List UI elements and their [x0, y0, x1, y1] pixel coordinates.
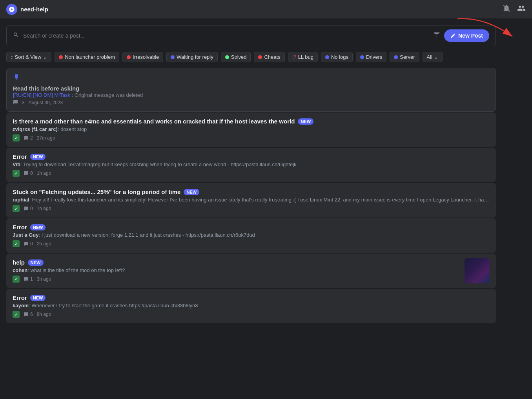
post-title: Error NEW — [13, 294, 490, 301]
filter-solved[interactable]: Solved — [221, 52, 251, 62]
solved-check-icon: ✓ — [13, 134, 20, 141]
search-input[interactable] — [23, 33, 429, 39]
filter-cheats[interactable]: Cheats — [254, 52, 284, 62]
filter-server[interactable]: Server — [390, 52, 419, 62]
filter-icon[interactable] — [433, 32, 440, 40]
solved-check-icon: ✓ — [13, 276, 20, 283]
new-badge: NEW — [298, 118, 313, 125]
channel-icon — [6, 4, 17, 15]
filter-waiting[interactable]: Waiting for reply — [166, 52, 217, 62]
sort-arrows-icon: ↕ — [11, 54, 13, 60]
chevron-down-icon: ⌄ — [43, 54, 47, 60]
tag-dot — [325, 55, 329, 59]
post-title: is there a mod other than e4mc and essen… — [13, 118, 490, 125]
search-actions: New Post — [433, 29, 489, 42]
sort-view-button[interactable]: ↕ Sort & View ⌄ — [6, 52, 51, 62]
all-chevron-icon: ⌄ — [434, 54, 438, 60]
list-item[interactable]: help NEW cohen: what is the title of the… — [6, 254, 496, 288]
post-meta: ✓ 1 3h ago — [13, 276, 458, 283]
pinned-post-title: Read this before asking — [13, 85, 489, 92]
solved-check-icon: ✓ — [13, 311, 20, 318]
filter-irresolvable[interactable]: Irresolvable — [122, 52, 163, 62]
post-title: help NEW — [13, 259, 458, 266]
comment-count: 1 — [24, 276, 33, 282]
filter-ll-bug[interactable]: !? LL bug — [288, 52, 318, 62]
search-bar: New Post — [6, 25, 496, 46]
new-badge: NEW — [30, 154, 46, 160]
members-icon[interactable] — [517, 4, 526, 15]
comment-count: 2 — [24, 135, 33, 141]
post-preview: cohen: what is the title of the mod on t… — [13, 267, 458, 273]
post-list: Read this before asking [RU/EN] [NO DM] … — [6, 68, 496, 323]
list-item[interactable]: Error NEW Just a Guy: I just download a … — [6, 218, 496, 253]
new-badge: NEW — [184, 189, 199, 195]
tag-dot — [394, 55, 398, 59]
post-meta: ✓ 0 2h ago — [13, 240, 490, 247]
comment-bubble-icon — [13, 100, 18, 106]
pinned-post[interactable]: Read this before asking [RU/EN] [NO DM] … — [6, 68, 496, 112]
search-icon — [13, 32, 19, 40]
post-meta: ✓ 6 8h ago — [13, 311, 490, 318]
comment-count: 6 — [24, 312, 33, 317]
main-content: New Post ↕ Sort & View ⌄ Non launcher pr… — [0, 19, 502, 330]
tag-dot — [258, 55, 262, 59]
header: need-help — [0, 0, 532, 19]
notification-bell-icon[interactable] — [502, 4, 511, 15]
comment-count: 0 — [24, 170, 33, 176]
tag-dot — [171, 55, 175, 59]
tag-dot — [360, 55, 364, 59]
ll-bug-icon: !? — [292, 54, 296, 60]
header-left: need-help — [6, 4, 48, 15]
solved-check-icon: ✓ — [13, 170, 20, 177]
post-title: Stuck on "Fetching updates... 25%" for a… — [13, 189, 490, 195]
post-thumbnail — [465, 258, 490, 283]
comment-count: 0 — [24, 241, 33, 247]
new-badge: NEW — [28, 259, 44, 266]
tag-dot — [59, 55, 63, 59]
comment-count: 0 — [24, 206, 33, 211]
thumbnail-image — [465, 258, 490, 283]
solved-check-icon: ✓ — [13, 205, 20, 212]
post-preview: Just a Guy: I just download a new versio… — [13, 232, 490, 238]
post-meta: ✓ 2 27m ago — [13, 134, 490, 141]
channel-name: need-help — [20, 6, 48, 13]
header-icons — [502, 4, 526, 15]
filter-bar: ↕ Sort & View ⌄ Non launcher problem Irr… — [6, 52, 496, 62]
solved-check-icon: ✓ — [13, 240, 20, 247]
list-item[interactable]: Error NEW Viti: Trying to download Terra… — [6, 148, 496, 182]
tag-dot — [225, 55, 229, 59]
pinned-post-meta: 3 August 30, 2023 — [13, 100, 489, 106]
post-meta: ✓ 0 1h ago — [13, 205, 490, 212]
new-post-button[interactable]: New Post — [444, 29, 489, 42]
list-item[interactable]: Stuck on "Fetching updates... 25%" for a… — [6, 183, 496, 218]
filter-all[interactable]: All ⌄ — [423, 52, 443, 62]
filter-drivers[interactable]: Drivers — [356, 52, 386, 62]
post-preview: Viti: Trying to download Terrafirmagreg … — [13, 161, 490, 167]
post-preview: zvlqrxs (f1 car arc): dosent stop — [13, 126, 490, 132]
post-meta: ✓ 0 1h ago — [13, 170, 490, 177]
list-item[interactable]: Error NEW kayoni: Whenever I try to star… — [6, 289, 496, 323]
new-badge: NEW — [30, 295, 46, 301]
post-preview: kayoni: Whenever I try to start the game… — [13, 303, 490, 308]
post-title: Error NEW — [13, 153, 490, 160]
filter-non-launcher[interactable]: Non launcher problem — [55, 52, 119, 62]
post-title: Error NEW — [13, 224, 490, 230]
pinned-author-line: [RU/EN] [NO DM] MiTask : Original messag… — [13, 92, 489, 98]
post-preview: raphial: Hey all! I really love this lau… — [13, 197, 490, 203]
new-badge: NEW — [30, 224, 46, 230]
pin-icon — [13, 74, 489, 83]
tag-dot — [127, 55, 131, 59]
filter-no-logs[interactable]: No logs — [321, 52, 353, 62]
list-item[interactable]: is there a mod other than e4mc and essen… — [6, 112, 496, 147]
